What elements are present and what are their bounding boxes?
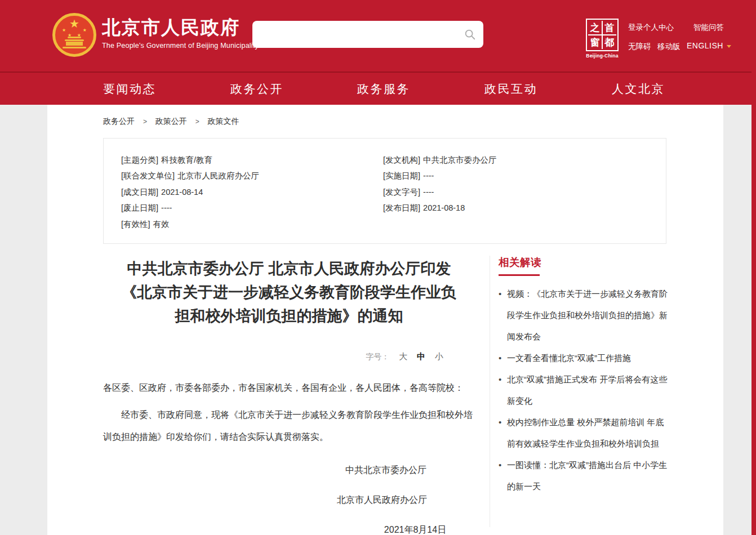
article-title: 中共北京市委办公厅 北京市人民政府办公厅印发《北京市关于进一步减轻义务教育阶段学…: [103, 257, 475, 328]
meta-label: [实施日期]: [383, 171, 420, 180]
meta-label: [发文机构]: [383, 155, 420, 164]
meta-value: 北京市人民政府办公厅: [177, 171, 259, 180]
meta-value: ----: [423, 188, 434, 197]
title-line: 中共北京市委办公厅 北京市人民政府办公厅印发: [127, 260, 451, 277]
title-line: 担和校外培训负担的措施》的通知: [175, 307, 403, 324]
breadcrumb-separator: >: [195, 118, 199, 126]
sidebar-link-text: 一文看全看懂北京“双减”工作措施: [507, 347, 668, 369]
sidebar-link[interactable]: •一文看全看懂北京“双减”工作措施: [499, 347, 668, 369]
smart-qa-link[interactable]: 智能问答: [693, 23, 724, 33]
meta-row: [实施日期]----: [383, 168, 645, 184]
article-signatures: 中共北京市委办公厅 北京市人民政府办公厅 2021年8月14日: [103, 455, 475, 535]
bullet-icon: •: [499, 369, 507, 412]
scrollbar[interactable]: [751, 0, 756, 535]
login-link[interactable]: 登录个人中心: [628, 23, 674, 33]
site-header: ★ ★ ★ ★ ★ 北京市人民政府 The People's Governmen…: [0, 0, 756, 72]
meta-column-left: [主题分类]科技教育/教育 [联合发文单位]北京市人民政府办公厅 [成文日期]2…: [121, 152, 383, 243]
star-icon: ★: [69, 18, 79, 29]
meta-label: [发文字号]: [383, 188, 420, 197]
chevron-down-icon: [727, 45, 731, 48]
sidebar-title-underline: [499, 274, 540, 276]
meta-row: [有效性]有效: [121, 216, 383, 232]
tiananmen-icon: [63, 47, 86, 48]
nav-item-interaction[interactable]: 政民互动: [484, 73, 537, 105]
breadcrumb-item[interactable]: 政策公开: [155, 117, 187, 126]
sidebar-link[interactable]: •校内控制作业总量 校外严禁超前培训 年底前有效减轻学生作业负担和校外培训负担: [499, 412, 668, 454]
nav-item-gov-affairs[interactable]: 政务公开: [230, 73, 283, 105]
sidebar-link[interactable]: •北京“双减”措施正式发布 开学后将会有这些新变化: [499, 369, 668, 412]
sidebar-link-text: 校内控制作业总量 校外严禁超前培训 年底前有效减轻学生作业负担和校外培训负担: [507, 412, 668, 454]
tiananmen-icon: [65, 39, 84, 41]
capital-window-caption: Beijing-China: [586, 53, 619, 59]
nav-item-news[interactable]: 要闻动态: [103, 73, 156, 105]
meta-label: [废止日期]: [121, 203, 158, 212]
meta-value: 2021-08-14: [161, 188, 203, 197]
search-input[interactable]: [252, 21, 483, 48]
meta-row: [废止日期]----: [121, 200, 383, 216]
english-link[interactable]: ENGLISH: [687, 41, 731, 50]
breadcrumb-separator: >: [143, 118, 147, 126]
meta-label: [联合发文单位]: [121, 171, 175, 180]
article-paragraph: 经市委、市政府同意，现将《北京市关于进一步减轻义务教育阶段学生作业负担和校外培训…: [103, 404, 475, 448]
bullet-icon: •: [499, 283, 507, 347]
national-emblem-logo[interactable]: ★ ★ ★ ★ ★: [52, 13, 96, 57]
sidebar-link-text: 视频：《北京市关于进一步减轻义务教育阶段学生作业负担和校外培训负担的措施》新闻发…: [507, 283, 668, 347]
nav-item-culture[interactable]: 人文北京: [612, 73, 665, 105]
meta-value: ----: [423, 171, 434, 180]
meta-label: [主题分类]: [121, 155, 158, 164]
related-reading-sidebar: 相关解读 •视频：《北京市关于进一步减轻义务教育阶段学生作业负担和校外培训负担的…: [499, 255, 668, 497]
breadcrumb-item[interactable]: 政策文件: [208, 117, 239, 126]
sidebar-link[interactable]: •一图读懂：北京“双减”措施出台后 中小学生的新一天: [499, 454, 668, 497]
seal-char: 窗: [588, 35, 602, 49]
font-size-controls: 字号： 大 中 小: [103, 351, 475, 362]
bullet-icon: •: [499, 454, 507, 497]
seal-char: 首: [603, 21, 616, 34]
site-title: 北京市人民政府: [102, 17, 259, 38]
seal-char: 都: [603, 35, 616, 49]
font-size-label: 字号：: [366, 352, 389, 361]
font-size-small-button[interactable]: 小: [435, 351, 443, 361]
capital-window-seal: 之 首 窗 都: [586, 19, 619, 51]
meta-row: [发布日期]2021-08-18: [383, 200, 645, 216]
tiananmen-icon: [68, 37, 81, 38]
site-subtitle: The People's Government of Beijing Munic…: [102, 42, 259, 50]
meta-row: [发文字号]----: [383, 184, 645, 200]
sidebar-title: 相关解读: [499, 255, 668, 269]
capital-window-logo[interactable]: 之 首 窗 都 Beijing-China: [586, 19, 619, 59]
site-identity[interactable]: 北京市人民政府 The People's Government of Beiji…: [102, 17, 259, 50]
seal-char: 之: [588, 21, 602, 34]
meta-value: 有效: [153, 220, 170, 229]
breadcrumb: 政务公开 > 政策公开 > 政策文件: [103, 117, 239, 127]
tiananmen-icon: [66, 42, 83, 46]
meta-row: [主题分类]科技教育/教育: [121, 152, 383, 168]
search-bar: [252, 21, 483, 48]
main-nav: 要闻动态 政务公开 政务服务 政民互动 人文北京: [0, 72, 756, 105]
star-icon: ★: [62, 28, 66, 33]
star-icon: ★: [83, 28, 87, 33]
mobile-version-link[interactable]: 移动版: [657, 42, 681, 52]
sidebar-list: •视频：《北京市关于进一步减轻义务教育阶段学生作业负担和校外培训负担的措施》新闻…: [499, 283, 668, 497]
font-size-large-button[interactable]: 大: [399, 351, 407, 361]
search-icon[interactable]: [464, 28, 476, 41]
english-label: ENGLISH: [687, 41, 723, 50]
document-meta-box: [主题分类]科技教育/教育 [联合发文单位]北京市人民政府办公厅 [成文日期]2…: [103, 138, 666, 244]
sidebar-link-text: 一图读懂：北京“双减”措施出台后 中小学生的新一天: [507, 454, 668, 497]
nav-item-services[interactable]: 政务服务: [357, 73, 410, 105]
article-paragraph: 各区委、区政府，市委各部委办，市各国家机关，各国有企业，各人民团体，各高等院校：: [103, 377, 475, 399]
article: 中共北京市委办公厅 北京市人民政府办公厅印发《北京市关于进一步减轻义务教育阶段学…: [103, 257, 475, 535]
meta-row: [成文日期]2021-08-14: [121, 184, 383, 200]
content-container: 政务公开 > 政策公开 > 政策文件 [主题分类]科技教育/教育 [联合发文单位…: [47, 105, 723, 535]
meta-row: [发文机构]中共北京市委办公厅: [383, 152, 645, 168]
sidebar-link[interactable]: •视频：《北京市关于进一步减轻义务教育阶段学生作业负担和校外培训负担的措施》新闻…: [499, 283, 668, 347]
bullet-icon: •: [499, 347, 507, 369]
font-size-medium-button[interactable]: 中: [417, 351, 425, 361]
meta-value: 2021-08-18: [423, 203, 465, 212]
meta-label: [有效性]: [121, 220, 150, 229]
accessibility-link[interactable]: 无障碍: [628, 42, 651, 52]
meta-column-right: [发文机构]中共北京市委办公厅 [实施日期]---- [发文字号]---- [发…: [383, 152, 645, 243]
breadcrumb-item[interactable]: 政务公开: [103, 117, 135, 126]
meta-row: [联合发文单位]北京市人民政府办公厅: [121, 168, 383, 184]
signature-date: 2021年8月14日: [229, 515, 601, 535]
meta-value: 中共北京市委办公厅: [423, 155, 497, 164]
meta-label: [发布日期]: [383, 203, 420, 212]
